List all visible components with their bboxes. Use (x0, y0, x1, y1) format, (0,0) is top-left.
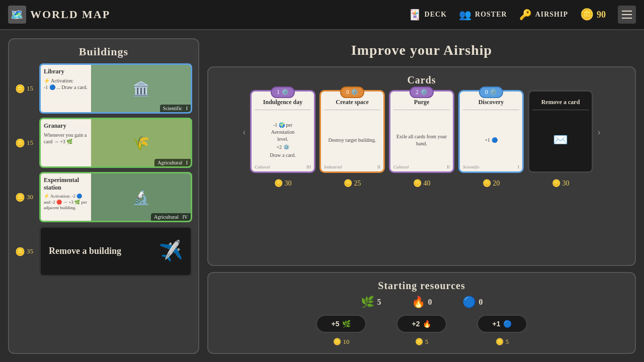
discovery-cost-badge: 0 ⚙️ (479, 86, 503, 98)
create-space-cost-badge: 0 ⚙️ (340, 86, 364, 98)
nav-roster[interactable]: 👥 Roster (459, 9, 507, 21)
header-nav: 🃏 Deck 👥 Roster 🔑 Airship 🪙 90 (409, 6, 636, 24)
price-indulgence-value: 30 (285, 179, 292, 188)
coin-icon-nature-cost: 🪙 (333, 338, 341, 346)
coin-icon-station: 🪙 (15, 193, 25, 202)
purge-cost: 2 (416, 88, 419, 96)
deck-icon: 🃏 (409, 9, 422, 21)
coin-icon-indulgence: 🪙 (274, 179, 283, 188)
indulgence-name: Indulgence day (255, 99, 311, 106)
logo-icon: 🗺️ (8, 6, 26, 24)
create-space-name: Create space (324, 99, 380, 106)
granary-name: Granary (44, 122, 88, 130)
station-info: Experimental station ⚡ Activation: -2 🔵 … (41, 173, 91, 221)
logo-text: WorLd MAP (30, 8, 110, 21)
blue-value: 0 (479, 298, 483, 307)
cards-prices: 🪙 30 🪙 25 🪙 40 🪙 20 🪙 30 (216, 179, 627, 188)
station-name: Experimental station (44, 176, 88, 192)
granary-cost: 🪙 15 (15, 138, 35, 148)
granary-info: Granary Whenever you gain a card → +3 🌿 (41, 119, 91, 166)
airship-label: Airship (535, 11, 568, 19)
fire-btn-cost: 🪙 5 (396, 338, 447, 346)
add-fire-button[interactable]: +2 🔥 (396, 315, 447, 333)
card-indulgence-day[interactable]: 1 ⚙️ Indulgence day -1 🌍 perAerostationl… (250, 90, 315, 173)
discovery-type: Scientific (463, 164, 480, 169)
discovery-cost-icon: ⚙️ (490, 88, 497, 96)
remove-cost-value: 35 (27, 247, 33, 255)
right-panel: Improve your Airship Cards ‹ 1 ⚙️ Indulg… (207, 38, 636, 354)
resource-buttons: +5 🌿 +2 🔥 +1 🔵 (216, 315, 627, 333)
indulgence-divider (255, 110, 311, 110)
main-content: Buildings 🪙 15 2 ⚙️ Library ⚡ Activation… (0, 30, 644, 362)
price-purge: 🪙 40 (389, 179, 454, 188)
coin-icon-library: 🪙 (15, 84, 25, 94)
resources-title: Starting resources (216, 280, 627, 292)
indulgence-type: Cultural (255, 164, 270, 169)
card-purge[interactable]: 2 ⚙️ Purge Exile all cards from your han… (389, 90, 454, 173)
library-card[interactable]: 2 ⚙️ Library ⚡ Activation:-1 🔵 ... Draw … (39, 63, 192, 114)
price-indulgence: 🪙 30 (250, 179, 315, 188)
fire-value: 0 (428, 298, 432, 307)
cards-nav-right[interactable]: › (597, 125, 601, 138)
granary-image-container: 🌾 Agricultural I (91, 119, 191, 166)
card-discovery[interactable]: 0 ⚙️ Discovery +1 🔵 Scientific I (458, 90, 524, 173)
coin-icon-granary: 🪙 (15, 138, 25, 148)
granary-card[interactable]: 2 ⚙️ Granary Whenever you gain a card → … (39, 118, 192, 168)
remove-card-icon: ✉️ (553, 132, 568, 149)
remove-building-card[interactable]: Remove a building ✈️ (39, 226, 192, 277)
price-create-space-value: 25 (354, 179, 361, 188)
header: 🗺️ WorLd MAP 🃏 Deck 👥 Roster 🔑 Airship 🪙… (0, 0, 644, 30)
building-row-library: 🪙 15 2 ⚙️ Library ⚡ Activation:-1 🔵 ... … (15, 63, 192, 114)
blue-btn-cost: 🪙 5 (477, 338, 527, 346)
roster-icon: 👥 (459, 9, 472, 21)
remove-card-divider (532, 110, 589, 110)
building-row-granary: 🪙 15 2 ⚙️ Granary Whenever you gain a ca… (15, 118, 192, 168)
purge-tier: II (447, 164, 450, 169)
add-nature-button[interactable]: +5 🌿 (316, 315, 366, 333)
station-cost-value: 30 (27, 193, 33, 201)
card-remove[interactable]: Remove a card ✉️ (528, 90, 593, 173)
fire-cost-value: 5 (425, 338, 429, 346)
remove-building-label: Remove a building (49, 246, 121, 257)
discovery-body: +1 🔵 (463, 112, 519, 168)
purge-divider (393, 110, 450, 110)
coin-icon: 🪙 (580, 8, 594, 21)
nav-deck[interactable]: 🃏 Deck (409, 9, 447, 21)
nav-airship[interactable]: 🔑 Airship (519, 9, 568, 21)
coin-icon-fire-cost: 🪙 (415, 338, 423, 346)
add-blue-icon: 🔵 (503, 320, 512, 328)
buildings-panel: Buildings 🪙 15 2 ⚙️ Library ⚡ Activation… (8, 38, 199, 354)
purge-name: Purge (393, 99, 450, 106)
resources-row: 🌿 5 🔥 0 🔵 0 (216, 296, 627, 309)
coin-icon-blue-cost: 🪙 (496, 338, 504, 346)
coin-icon-remove: 🪙 (15, 247, 25, 256)
add-blue-button[interactable]: +1 🔵 (477, 315, 527, 333)
logo: 🗺️ WorLd MAP (8, 6, 110, 24)
price-discovery-value: 20 (493, 179, 500, 188)
indulgence-cost: 1 (277, 88, 280, 96)
library-name: Library (44, 68, 88, 75)
create-space-tier: II (377, 164, 380, 169)
purge-type: Cultural (393, 164, 409, 169)
indulgence-cost-badge: 1 ⚙️ (271, 86, 295, 98)
resource-nature: 🌿 5 (361, 296, 381, 309)
coins-value: 90 (597, 10, 606, 20)
fire-icon: 🔥 (412, 296, 425, 309)
nature-cost-value: 10 (343, 338, 350, 346)
create-space-divider (324, 110, 380, 110)
cards-nav-left[interactable]: ‹ (243, 125, 246, 138)
nature-value: 5 (377, 298, 381, 307)
card-create-space[interactable]: 0 ⚙️ Create space Destroy target buildin… (319, 90, 385, 173)
station-card[interactable]: 5 ⚙️ Experimental station ⚡ Activation: … (39, 172, 192, 222)
cards-section: Cards ‹ 1 ⚙️ Indulgence day -1 🌍 perAero… (207, 66, 636, 266)
station-type: Agricultural IV (151, 213, 191, 221)
blue-cost-value: 5 (506, 338, 509, 346)
indulgence-body: -1 🌍 perAerostationlevel. +2 ⚙️ Draw a c… (255, 112, 311, 168)
menu-button[interactable] (618, 6, 636, 24)
add-nature-label: +5 (332, 320, 340, 328)
add-blue-label: +1 (493, 320, 501, 328)
airship-icon: 🔑 (519, 9, 532, 21)
create-space-type: Industrial (324, 164, 342, 169)
resource-fire: 🔥 0 (412, 296, 432, 309)
building-row-station: 🪙 30 5 ⚙️ Experimental station ⚡ Activat… (15, 172, 192, 222)
